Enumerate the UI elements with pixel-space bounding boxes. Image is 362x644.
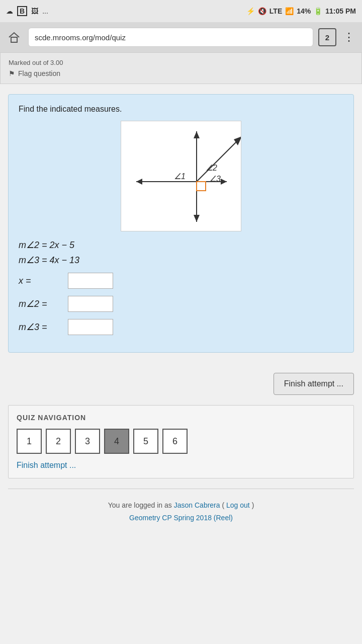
m2-input[interactable]	[68, 296, 113, 312]
paren-open: (	[222, 501, 224, 509]
x-label: x =	[19, 276, 64, 286]
browser-menu-button[interactable]: ⋮	[341, 31, 357, 44]
logout-link[interactable]: Log out	[226, 501, 250, 509]
m2-input-row: m∠2 =	[19, 296, 343, 312]
home-button[interactable]	[5, 28, 23, 46]
tab-count-button[interactable]: 2	[318, 28, 336, 46]
main-content: Marked out of 3.00 ⚑ Flag question Find …	[0, 52, 362, 539]
svg-text:∠1: ∠1	[174, 172, 186, 181]
m2-label: m∠2 =	[19, 298, 64, 309]
url-bar[interactable]: scde.mrooms.org/mod/quiz	[28, 28, 313, 47]
image-icon: 🖼	[31, 7, 38, 15]
svg-rect-0	[11, 37, 17, 42]
nav-num-4[interactable]: 4	[104, 429, 129, 454]
paren-close: )	[252, 501, 254, 509]
question-header: Marked out of 3.00 ⚑ Flag question	[0, 52, 362, 84]
finish-button-container: Finish attempt ...	[0, 363, 362, 405]
lte-label: LTE	[269, 7, 282, 15]
equation-2: m∠3 = 4x − 13	[19, 255, 343, 266]
m3-label: m∠3 =	[19, 321, 64, 333]
flag-question-button[interactable]: ⚑ Flag question	[9, 69, 353, 77]
time-display: 11:05 PM	[325, 7, 356, 15]
username-link[interactable]: Jason Cabrera	[174, 501, 220, 509]
svg-marker-2	[136, 179, 142, 185]
m3-input[interactable]	[68, 319, 113, 335]
nav-numbers-row: 1 2 3 4 5 6	[17, 429, 345, 454]
nav-num-3[interactable]: 3	[75, 429, 100, 454]
browser-bar: scde.mrooms.org/mod/quiz 2 ⋮	[0, 22, 362, 52]
more-icon: ...	[42, 7, 48, 15]
svg-text:∠2: ∠2	[206, 164, 217, 172]
battery-level: 14%	[297, 7, 311, 15]
svg-marker-3	[221, 179, 227, 185]
flag-icon: ⚑	[9, 69, 15, 77]
mute-icon: 🔇	[258, 7, 266, 15]
svg-rect-9	[197, 182, 206, 191]
bookmark-icon: B	[17, 6, 27, 16]
nav-num-6[interactable]: 6	[162, 429, 188, 454]
svg-marker-8	[234, 136, 241, 145]
question-instruction: Find the indicated measures.	[19, 105, 343, 114]
nav-num-1[interactable]: 1	[17, 429, 42, 454]
status-bar: ☁ B 🖼 ... ⚡ 🔇 LTE 📶 14% 🔋 11:05 PM	[0, 0, 362, 22]
signal-icon: 📶	[285, 7, 294, 15]
finish-attempt-button[interactable]: Finish attempt ...	[274, 373, 354, 395]
nav-num-5[interactable]: 5	[133, 429, 158, 454]
nav-num-2[interactable]: 2	[46, 429, 71, 454]
url-text: scde.mrooms.org/mod/quiz	[35, 33, 126, 42]
footer: You are logged in as Jason Cabrera ( Log…	[8, 489, 354, 539]
status-right-info: ⚡ 🔇 LTE 📶 14% 🔋 11:05 PM	[246, 7, 356, 15]
svg-marker-6	[194, 215, 200, 222]
svg-text:∠3: ∠3	[209, 175, 221, 183]
course-name-link[interactable]: Geometry CP Spring 2018 (Reel)	[129, 514, 233, 522]
quiz-nav-finish-link[interactable]: Finish attempt ...	[17, 461, 76, 469]
footer-course-line: Geometry CP Spring 2018 (Reel)	[16, 512, 346, 524]
question-box: Find the indicated measures.	[8, 94, 354, 353]
logged-in-text: You are logged in as	[108, 501, 172, 509]
marked-out-label: Marked out of 3.00	[9, 59, 353, 66]
m3-input-row: m∠3 =	[19, 319, 343, 335]
battery-icon: 🔋	[314, 7, 322, 15]
geometry-diagram: ∠1 ∠2 ∠3	[121, 121, 241, 231]
footer-login-line: You are logged in as Jason Cabrera ( Log…	[16, 499, 346, 512]
svg-marker-5	[194, 131, 200, 138]
x-input[interactable]	[68, 273, 113, 289]
x-input-row: x =	[19, 273, 343, 289]
flag-label: Flag question	[18, 69, 60, 77]
bluetooth-icon: ⚡	[246, 7, 255, 15]
status-left-icons: ☁ B 🖼 ...	[6, 6, 48, 16]
quiz-navigation: QUIZ NAVIGATION 1 2 3 4 5 6 Finish attem…	[8, 405, 354, 478]
cloud-icon: ☁	[6, 7, 13, 15]
quiz-nav-title: QUIZ NAVIGATION	[17, 414, 345, 422]
equation-1: m∠2 = 2x − 5	[19, 239, 343, 251]
